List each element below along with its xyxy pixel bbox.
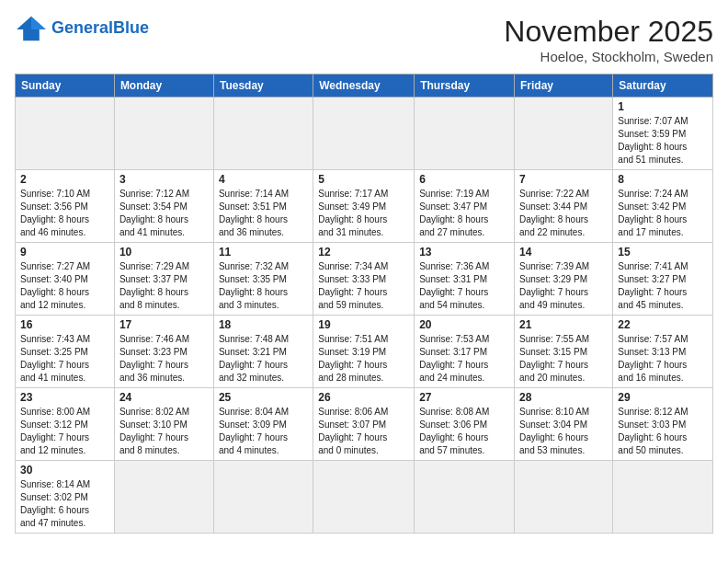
day-info: Sunrise: 8:00 AM Sunset: 3:12 PM Dayligh…: [20, 406, 109, 457]
calendar-week-row: 30Sunrise: 8:14 AM Sunset: 3:02 PM Dayli…: [16, 461, 713, 534]
calendar-cell: [313, 461, 415, 534]
day-number: 29: [618, 391, 708, 404]
day-info: Sunrise: 7:22 AM Sunset: 3:44 PM Dayligh…: [519, 188, 608, 239]
calendar-cell: [213, 98, 313, 170]
calendar: Sunday Monday Tuesday Wednesday Thursday…: [15, 74, 713, 534]
calendar-cell: 6Sunrise: 7:19 AM Sunset: 3:47 PM Daylig…: [415, 170, 515, 243]
month-title: November 2025: [504, 15, 713, 49]
page: GeneralBlue November 2025 Hoeloe, Stockh…: [0, 0, 728, 541]
day-number: 28: [519, 391, 608, 404]
day-number: 27: [419, 391, 509, 404]
calendar-cell: [515, 98, 613, 170]
day-info: Sunrise: 7:53 AM Sunset: 3:17 PM Dayligh…: [419, 333, 509, 385]
calendar-cell: 16Sunrise: 7:43 AM Sunset: 3:25 PM Dayli…: [16, 316, 115, 388]
day-number: 19: [318, 318, 409, 331]
calendar-cell: 20Sunrise: 7:53 AM Sunset: 3:17 PM Dayli…: [415, 316, 515, 388]
calendar-cell: 18Sunrise: 7:48 AM Sunset: 3:21 PM Dayli…: [213, 316, 313, 388]
day-number: 25: [219, 391, 308, 404]
calendar-cell: [313, 98, 415, 170]
day-info: Sunrise: 7:17 AM Sunset: 3:49 PM Dayligh…: [318, 188, 409, 239]
day-number: 30: [20, 464, 109, 477]
calendar-cell: 22Sunrise: 7:57 AM Sunset: 3:13 PM Dayli…: [613, 316, 713, 388]
calendar-cell: 7Sunrise: 7:22 AM Sunset: 3:44 PM Daylig…: [515, 170, 613, 243]
day-number: 15: [618, 246, 708, 259]
day-number: 22: [618, 318, 708, 331]
day-info: Sunrise: 7:51 AM Sunset: 3:19 PM Dayligh…: [318, 333, 409, 385]
calendar-cell: [16, 98, 115, 170]
day-number: 11: [219, 246, 308, 259]
calendar-cell: 29Sunrise: 8:12 AM Sunset: 3:03 PM Dayli…: [613, 388, 713, 461]
calendar-cell: [415, 461, 515, 534]
day-number: 16: [20, 318, 109, 331]
calendar-cell: [114, 461, 213, 534]
calendar-cell: 9Sunrise: 7:27 AM Sunset: 3:40 PM Daylig…: [16, 243, 115, 316]
calendar-cell: 25Sunrise: 8:04 AM Sunset: 3:09 PM Dayli…: [213, 388, 313, 461]
logo-blue: Blue: [113, 18, 149, 37]
calendar-cell: 5Sunrise: 7:17 AM Sunset: 3:49 PM Daylig…: [313, 170, 415, 243]
calendar-cell: [415, 98, 515, 170]
day-number: 3: [119, 173, 209, 186]
calendar-cell: [213, 461, 313, 534]
col-sunday: Sunday: [16, 75, 115, 98]
day-number: 7: [519, 173, 608, 186]
day-number: 4: [219, 173, 308, 186]
calendar-cell: 24Sunrise: 8:02 AM Sunset: 3:10 PM Dayli…: [114, 388, 213, 461]
calendar-cell: 17Sunrise: 7:46 AM Sunset: 3:23 PM Dayli…: [114, 316, 213, 388]
title-block: November 2025 Hoeloe, Stockholm, Sweden: [504, 15, 713, 64]
day-number: 23: [20, 391, 109, 404]
day-info: Sunrise: 7:46 AM Sunset: 3:23 PM Dayligh…: [119, 333, 209, 385]
day-number: 26: [318, 391, 409, 404]
day-info: Sunrise: 7:14 AM Sunset: 3:51 PM Dayligh…: [219, 188, 308, 239]
col-wednesday: Wednesday: [313, 75, 415, 98]
col-monday: Monday: [114, 75, 213, 98]
day-info: Sunrise: 8:12 AM Sunset: 3:03 PM Dayligh…: [618, 406, 708, 457]
calendar-cell: 14Sunrise: 7:39 AM Sunset: 3:29 PM Dayli…: [515, 243, 613, 316]
calendar-cell: 19Sunrise: 7:51 AM Sunset: 3:19 PM Dayli…: [313, 316, 415, 388]
day-info: Sunrise: 7:36 AM Sunset: 3:31 PM Dayligh…: [419, 260, 509, 312]
calendar-cell: [613, 461, 713, 534]
logo-icon: [15, 15, 48, 42]
location: Hoeloe, Stockholm, Sweden: [504, 49, 713, 64]
calendar-cell: 12Sunrise: 7:34 AM Sunset: 3:33 PM Dayli…: [313, 243, 415, 316]
col-tuesday: Tuesday: [213, 75, 313, 98]
day-number: 1: [618, 100, 708, 113]
calendar-cell: 30Sunrise: 8:14 AM Sunset: 3:02 PM Dayli…: [16, 461, 115, 534]
day-info: Sunrise: 7:27 AM Sunset: 3:40 PM Dayligh…: [20, 260, 109, 312]
day-info: Sunrise: 7:39 AM Sunset: 3:29 PM Dayligh…: [519, 260, 608, 312]
calendar-week-row: 9Sunrise: 7:27 AM Sunset: 3:40 PM Daylig…: [16, 243, 713, 316]
day-info: Sunrise: 8:08 AM Sunset: 3:06 PM Dayligh…: [419, 406, 509, 457]
calendar-week-row: 2Sunrise: 7:10 AM Sunset: 3:56 PM Daylig…: [16, 170, 713, 243]
day-info: Sunrise: 7:55 AM Sunset: 3:15 PM Dayligh…: [519, 333, 608, 385]
calendar-cell: 4Sunrise: 7:14 AM Sunset: 3:51 PM Daylig…: [213, 170, 313, 243]
calendar-week-row: 23Sunrise: 8:00 AM Sunset: 3:12 PM Dayli…: [16, 388, 713, 461]
calendar-week-row: 16Sunrise: 7:43 AM Sunset: 3:25 PM Dayli…: [16, 316, 713, 388]
day-info: Sunrise: 7:19 AM Sunset: 3:47 PM Dayligh…: [419, 188, 509, 239]
day-info: Sunrise: 7:34 AM Sunset: 3:33 PM Dayligh…: [318, 260, 409, 312]
calendar-cell: 8Sunrise: 7:24 AM Sunset: 3:42 PM Daylig…: [613, 170, 713, 243]
day-info: Sunrise: 8:14 AM Sunset: 3:02 PM Dayligh…: [20, 478, 109, 530]
day-number: 5: [318, 173, 409, 186]
header: GeneralBlue November 2025 Hoeloe, Stockh…: [15, 15, 713, 64]
day-info: Sunrise: 7:41 AM Sunset: 3:27 PM Dayligh…: [618, 260, 708, 312]
day-number: 21: [519, 318, 608, 331]
day-info: Sunrise: 7:10 AM Sunset: 3:56 PM Dayligh…: [20, 188, 109, 239]
day-number: 12: [318, 246, 409, 259]
day-info: Sunrise: 8:06 AM Sunset: 3:07 PM Dayligh…: [318, 406, 409, 457]
day-number: 8: [618, 173, 708, 186]
day-info: Sunrise: 7:12 AM Sunset: 3:54 PM Dayligh…: [119, 188, 209, 239]
calendar-cell: [515, 461, 613, 534]
day-info: Sunrise: 7:29 AM Sunset: 3:37 PM Dayligh…: [119, 260, 209, 312]
day-number: 2: [20, 173, 109, 186]
svg-marker-1: [31, 17, 46, 29]
calendar-cell: 11Sunrise: 7:32 AM Sunset: 3:35 PM Dayli…: [213, 243, 313, 316]
logo-general: General: [51, 18, 113, 37]
day-number: 20: [419, 318, 509, 331]
day-number: 17: [119, 318, 209, 331]
calendar-header-row: Sunday Monday Tuesday Wednesday Thursday…: [16, 75, 713, 98]
logo-text: GeneralBlue: [51, 19, 149, 38]
day-info: Sunrise: 8:02 AM Sunset: 3:10 PM Dayligh…: [119, 406, 209, 457]
calendar-cell: 3Sunrise: 7:12 AM Sunset: 3:54 PM Daylig…: [114, 170, 213, 243]
calendar-cell: 21Sunrise: 7:55 AM Sunset: 3:15 PM Dayli…: [515, 316, 613, 388]
day-info: Sunrise: 7:43 AM Sunset: 3:25 PM Dayligh…: [20, 333, 109, 385]
day-number: 14: [519, 246, 608, 259]
